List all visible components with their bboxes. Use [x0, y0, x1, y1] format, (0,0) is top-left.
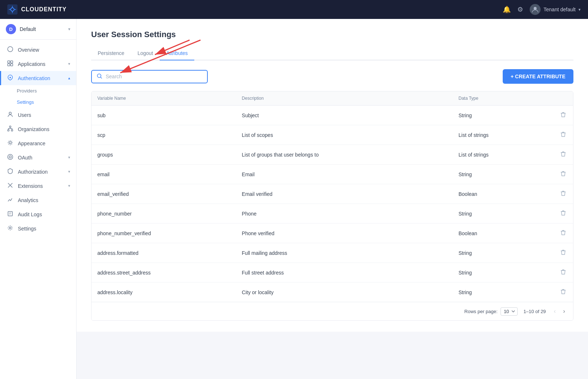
delete-row-button[interactable]: [559, 248, 567, 258]
delete-row-button[interactable]: [559, 169, 567, 179]
svg-rect-4: [11, 61, 13, 63]
sidebar-item-authorization[interactable]: Authorization ▾: [0, 165, 76, 179]
table-row: address.street_address Full street addre…: [91, 263, 573, 283]
cell-action: [549, 184, 573, 204]
delete-row-button[interactable]: [559, 209, 567, 218]
cell-action: [549, 204, 573, 224]
cell-description: City or locality: [236, 283, 452, 302]
search-input[interactable]: [106, 74, 202, 79]
topnav-right: 🔔 ⚙ Tenant default ▾: [503, 4, 581, 15]
sidebar-item-appearance[interactable]: Appearance: [0, 136, 76, 150]
table-row: scp List of scopes List of strings: [91, 125, 573, 145]
sidebar-item-label: Settings: [18, 226, 36, 232]
cell-action: [549, 224, 573, 243]
overview-icon: [7, 46, 13, 53]
chevron-down-icon: ▾: [68, 183, 70, 188]
top-navigation: CLOUDENTITY 🔔 ⚙ Tenant default ▾: [0, 0, 588, 19]
settings-icon[interactable]: ⚙: [517, 5, 523, 13]
attributes-table: Variable Name Description Data Type sub …: [91, 91, 573, 302]
authorization-icon: [7, 168, 13, 175]
delete-row-button[interactable]: [559, 150, 567, 159]
cell-data-type: String: [453, 243, 549, 263]
prev-page-button[interactable]: ‹: [552, 307, 558, 316]
cell-description: Email verified: [236, 184, 452, 204]
sidebar-item-overview[interactable]: Overview: [0, 43, 76, 57]
cell-data-type: String: [453, 106, 549, 125]
col-header-data-type: Data Type: [453, 91, 549, 106]
sidebar-item-audit-logs[interactable]: Audit Logs: [0, 207, 76, 221]
workspace-name: Default: [20, 26, 65, 32]
sidebar-item-analytics[interactable]: Analytics: [0, 193, 76, 207]
search-container[interactable]: [91, 70, 208, 83]
sidebar-item-label: Overview: [18, 47, 39, 53]
sidebar-item-oauth[interactable]: OAuth ▾: [0, 150, 76, 165]
cell-description: List of groups that user belongs to: [236, 145, 452, 165]
svg-point-8: [9, 112, 11, 114]
table-row: email Email String: [91, 165, 573, 184]
sidebar-item-applications[interactable]: Applications ▾: [0, 57, 76, 71]
sidebar-item-label: Organizations: [18, 126, 49, 132]
audit-logs-icon: [7, 211, 13, 218]
notification-icon[interactable]: 🔔: [503, 5, 511, 13]
cell-action: [549, 145, 573, 165]
sidebar-item-label: Authentication: [18, 75, 50, 81]
svg-rect-9: [9, 126, 11, 127]
col-header-action: [549, 91, 573, 106]
create-attribute-button[interactable]: + CREATE ATTRIBUTE: [503, 69, 573, 84]
sidebar-item-label: Authorization: [18, 169, 48, 175]
workspace-selector[interactable]: D Default ▾: [0, 19, 76, 40]
delete-row-button[interactable]: [559, 110, 567, 120]
search-icon: [97, 74, 102, 80]
sidebar-item-settings[interactable]: Settings: [0, 221, 76, 236]
rows-per-page: Rows per page: 10 25 50: [464, 307, 518, 316]
cell-variable-name: address.locality: [91, 283, 236, 302]
svg-rect-15: [8, 212, 12, 216]
svg-rect-6: [11, 64, 13, 66]
delete-row-button[interactable]: [559, 287, 567, 297]
pagination: Rows per page: 10 25 50 1–10 of 29 ‹ ›: [91, 302, 573, 320]
user-menu[interactable]: Tenant default ▾: [530, 4, 581, 15]
delete-row-button[interactable]: [559, 268, 567, 277]
cell-data-type: String: [453, 204, 549, 224]
chevron-down-icon: ▾: [68, 155, 70, 160]
delete-row-button[interactable]: [559, 189, 567, 199]
brand-logo[interactable]: CLOUDENTITY: [7, 4, 67, 15]
tab-bar: Persistence Logout Attributes: [91, 47, 573, 60]
chevron-down-icon: ▾: [68, 62, 70, 66]
tab-attributes[interactable]: Attributes: [160, 47, 194, 60]
table-row: address.locality City or locality String: [91, 283, 573, 302]
sidebar-item-authentication[interactable]: Authentication ▴: [0, 71, 76, 85]
cell-variable-name: address.formatted: [91, 243, 236, 263]
table-body: sub Subject String scp List of scopes Li…: [91, 106, 573, 302]
delete-row-button[interactable]: [559, 228, 567, 238]
rows-per-page-label: Rows per page:: [464, 309, 498, 314]
cell-variable-name: phone_number: [91, 204, 236, 224]
applications-icon: [7, 60, 13, 67]
rows-per-page-select[interactable]: 10 25 50: [501, 307, 518, 316]
cell-description: Phone verified: [236, 224, 452, 243]
sidebar-item-organizations[interactable]: Organizations: [0, 122, 76, 136]
tab-persistence[interactable]: Persistence: [91, 47, 131, 60]
sidebar-subitem-settings[interactable]: Settings: [17, 96, 76, 108]
delete-row-button[interactable]: [559, 130, 567, 140]
sidebar-subitem-providers[interactable]: Providers: [17, 85, 76, 96]
tab-logout[interactable]: Logout: [131, 47, 160, 60]
cell-description: Subject: [236, 106, 452, 125]
organizations-icon: [7, 126, 13, 133]
table-row: sub Subject String: [91, 106, 573, 125]
sidebar-item-extensions[interactable]: Extensions ▾: [0, 179, 76, 193]
sidebar-item-label: Appearance: [18, 141, 46, 146]
authentication-submenu: Providers Settings: [0, 85, 76, 108]
cell-data-type: String: [453, 283, 549, 302]
sidebar-item-users[interactable]: Users: [0, 108, 76, 122]
analytics-icon: [7, 197, 13, 204]
workspace-chevron-icon: ▾: [68, 27, 70, 32]
cell-variable-name: phone_number_verified: [91, 224, 236, 243]
svg-point-16: [9, 227, 11, 229]
cell-description: Email: [236, 165, 452, 184]
cell-description: Phone: [236, 204, 452, 224]
cell-action: [549, 125, 573, 145]
avatar: [530, 4, 541, 15]
next-page-button[interactable]: ›: [561, 307, 567, 316]
table-row: groups List of groups that user belongs …: [91, 145, 573, 165]
